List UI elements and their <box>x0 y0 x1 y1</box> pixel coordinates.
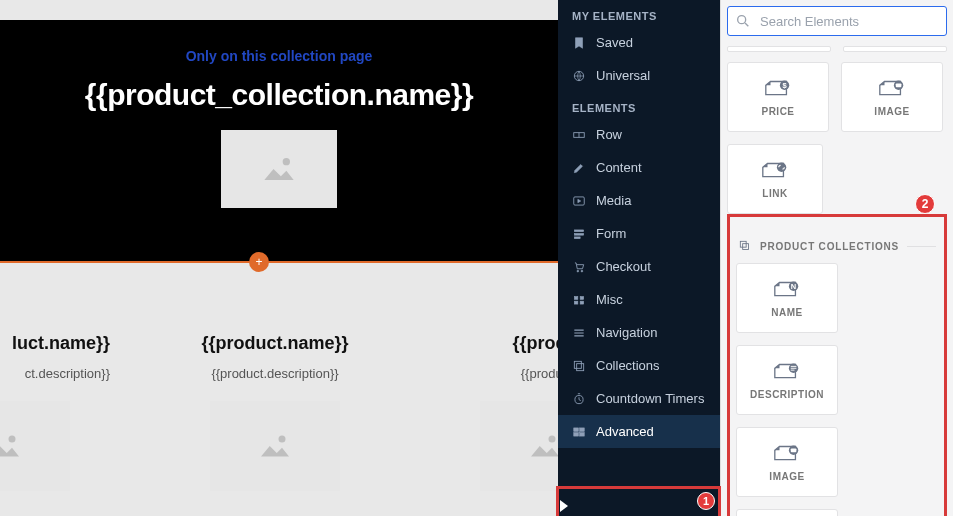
svg-rect-15 <box>574 301 578 304</box>
search-icon <box>735 13 751 29</box>
sidebar-item-form[interactable]: Form <box>558 217 720 250</box>
svg-rect-21 <box>580 427 585 431</box>
form-icon <box>572 227 586 241</box>
element-tile-pc-link[interactable]: LINK <box>736 509 838 516</box>
sidebar-item-label: Media <box>596 193 631 208</box>
svg-rect-20 <box>574 427 579 431</box>
tile-label: LINK <box>762 188 787 199</box>
svg-rect-32 <box>743 244 749 250</box>
sidebar-item-content[interactable]: Content <box>558 151 720 184</box>
row-icon <box>572 128 586 142</box>
sidebar-item-label: Advanced <box>596 424 654 439</box>
product-name: {{produ <box>440 333 558 354</box>
sidebar-item-label: Row <box>596 127 622 142</box>
svg-rect-18 <box>577 363 584 370</box>
search-wrap <box>727 6 947 36</box>
product-description: ct.description}} <box>0 366 110 381</box>
svg-rect-16 <box>580 301 584 304</box>
svg-point-11 <box>577 270 579 272</box>
element-tile-pc-description[interactable]: DESCRIPTION <box>736 345 838 415</box>
media-icon <box>572 194 586 208</box>
svg-point-1 <box>9 436 16 443</box>
elements-sidebar: MY ELEMENTS Saved Universal ELEMENTS Row… <box>558 0 720 516</box>
svg-rect-37 <box>791 448 797 452</box>
sidebar-item-label: Checkout <box>596 259 651 274</box>
element-tile-price[interactable]: $ PRICE <box>727 62 829 132</box>
collections-icon <box>572 359 586 373</box>
sidebar-item-misc[interactable]: Misc <box>558 283 720 316</box>
pen-icon <box>572 161 586 175</box>
tile-label: PRICE <box>761 106 794 117</box>
description-tag-icon <box>772 361 802 383</box>
canvas-area: Only on this collection page {{product_c… <box>0 0 558 516</box>
tile-stub <box>843 46 947 52</box>
svg-rect-14 <box>580 296 584 299</box>
svg-rect-31 <box>740 241 746 247</box>
svg-point-3 <box>549 436 556 443</box>
svg-rect-22 <box>574 432 579 436</box>
tile-label: IMAGE <box>769 471 804 482</box>
section-header-label: PRODUCT COLLECTIONS <box>760 241 899 252</box>
plus-icon: + <box>255 256 262 268</box>
bookmark-icon <box>572 36 586 50</box>
product-name: {{product.name}} <box>170 333 380 354</box>
advanced-icon <box>572 425 586 439</box>
sidebar-item-label: Countdown Timers <box>596 391 704 406</box>
sidebar-item-row[interactable]: Row <box>558 118 720 151</box>
price-tag-icon: $ <box>763 78 793 100</box>
sidebar-item-collections[interactable]: Collections <box>558 349 720 382</box>
tile-label: DESCRIPTION <box>750 389 824 400</box>
sidebar-item-advanced[interactable]: Advanced <box>558 415 720 448</box>
element-tile-pc-name[interactable]: N NAME <box>736 263 838 333</box>
tile-label: NAME <box>771 307 802 318</box>
svg-point-0 <box>283 158 290 165</box>
sidebar-item-label: Collections <box>596 358 660 373</box>
sidebar-item-countdown-timers[interactable]: Countdown Timers <box>558 382 720 415</box>
cart-icon <box>572 260 586 274</box>
product-image-placeholder <box>0 401 70 491</box>
add-element-button[interactable]: + <box>249 252 269 272</box>
product-collections-group: PRODUCT COLLECTIONS N NAME DESCRIPTION <box>727 214 947 516</box>
products-row: luct.name}} ct.description}} {{product.n… <box>0 263 558 491</box>
hero-section: Only on this collection page {{product_c… <box>0 20 558 263</box>
sidebar-item-label: Misc <box>596 292 623 307</box>
sidebar-item-universal[interactable]: Universal <box>558 59 720 92</box>
sidebar-item-media[interactable]: Media <box>558 184 720 217</box>
caret-icon <box>560 500 568 512</box>
tile-stub <box>727 46 831 52</box>
hero-image-placeholder[interactable] <box>221 130 337 208</box>
annotation-marker-1: 1 <box>697 492 715 510</box>
insert-indicator-line <box>0 261 558 263</box>
svg-rect-29 <box>896 83 902 87</box>
globe-icon <box>572 69 586 83</box>
sidebar-item-label: Content <box>596 160 642 175</box>
svg-text:N: N <box>791 282 796 291</box>
sidebar-item-navigation[interactable]: Navigation <box>558 316 720 349</box>
product-card[interactable]: luct.name}} ct.description}} <box>0 333 110 491</box>
sidebar-section-elements: ELEMENTS <box>558 92 720 118</box>
collections-icon <box>738 239 752 253</box>
element-tile-pc-image[interactable]: IMAGE <box>736 427 838 497</box>
product-description: {{produc <box>440 366 558 381</box>
sidebar-item-checkout[interactable]: Checkout <box>558 250 720 283</box>
divider <box>907 246 936 247</box>
sidebar-item-label: Universal <box>596 68 650 83</box>
image-tag-icon <box>772 443 802 465</box>
sidebar-section-my-elements: MY ELEMENTS <box>558 0 720 26</box>
link-tag-icon <box>760 160 790 182</box>
tile-label: IMAGE <box>874 106 909 117</box>
search-input[interactable] <box>727 6 947 36</box>
svg-line-25 <box>745 23 748 26</box>
product-card[interactable]: {{produ {{produc <box>440 333 558 491</box>
element-tile-image[interactable]: IMAGE <box>841 62 943 132</box>
sidebar-item-saved[interactable]: Saved <box>558 26 720 59</box>
sidebar-item-label: Saved <box>596 35 633 50</box>
product-image-placeholder <box>480 401 558 491</box>
product-image-placeholder <box>210 401 340 491</box>
element-tile-link[interactable]: LINK <box>727 144 823 214</box>
nav-icon <box>572 326 586 340</box>
product-card[interactable]: {{product.name}} {{product.description}} <box>170 333 380 491</box>
image-tag-icon <box>877 78 907 100</box>
svg-point-12 <box>581 270 583 272</box>
svg-point-24 <box>738 16 746 24</box>
